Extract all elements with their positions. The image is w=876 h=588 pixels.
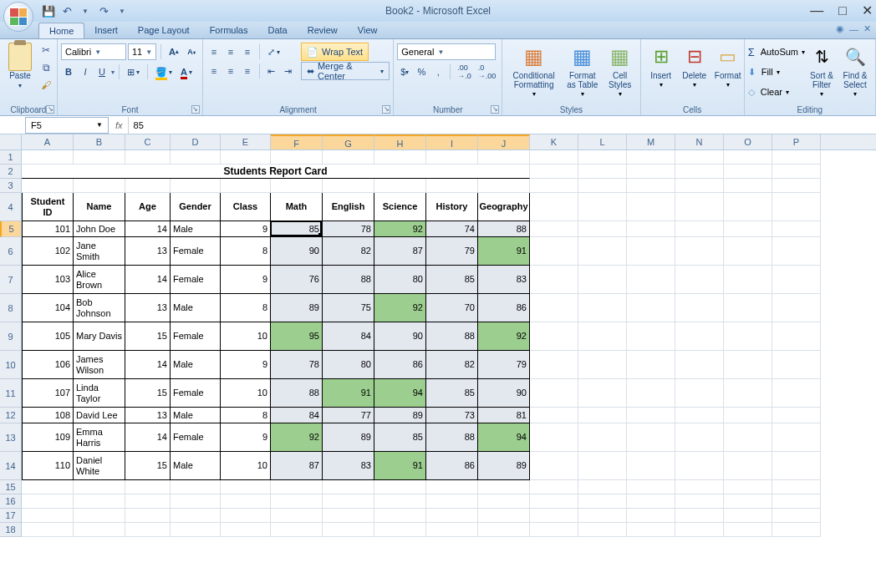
save-icon[interactable]: 💾 bbox=[42, 4, 55, 18]
cell-N18[interactable] bbox=[675, 523, 724, 537]
cell-E13[interactable]: 9 bbox=[221, 423, 271, 452]
cell-J3[interactable] bbox=[478, 179, 530, 193]
cell-P9[interactable] bbox=[772, 322, 821, 351]
cell-A1[interactable] bbox=[22, 150, 74, 165]
formula-input[interactable] bbox=[128, 117, 876, 134]
cell[interactable] bbox=[530, 165, 578, 179]
cell-P17[interactable] bbox=[772, 509, 821, 523]
tab-formulas[interactable]: Formulas bbox=[200, 23, 258, 38]
cell-A9[interactable]: 105 bbox=[22, 322, 74, 351]
clipboard-launcher-icon[interactable]: ↘ bbox=[46, 105, 54, 114]
cell-P11[interactable] bbox=[772, 379, 821, 408]
underline-button[interactable]: U bbox=[94, 63, 110, 80]
cell-F5[interactable]: 85 bbox=[271, 221, 323, 237]
cell-E1[interactable] bbox=[221, 150, 271, 165]
cell-D16[interactable] bbox=[171, 494, 221, 509]
cell-C14[interactable]: 15 bbox=[125, 452, 171, 480]
cell-A10[interactable]: 106 bbox=[22, 351, 74, 379]
font-size-select[interactable]: 11▼ bbox=[128, 43, 156, 60]
row-header-15[interactable]: 15 bbox=[0, 480, 21, 494]
cell-M13[interactable] bbox=[627, 423, 675, 452]
cell-O15[interactable] bbox=[724, 480, 772, 494]
cell-E18[interactable] bbox=[221, 523, 271, 537]
cell-L7[interactable] bbox=[578, 266, 627, 294]
cell-J9[interactable]: 92 bbox=[478, 322, 530, 351]
cell-N8[interactable] bbox=[675, 294, 724, 322]
cell-N9[interactable] bbox=[675, 322, 724, 351]
cell-M7[interactable] bbox=[627, 266, 675, 294]
cell-M11[interactable] bbox=[627, 379, 675, 408]
cell-M10[interactable] bbox=[627, 351, 675, 379]
cell-O18[interactable] bbox=[724, 523, 772, 537]
row-header-17[interactable]: 17 bbox=[0, 509, 21, 523]
cell-H6[interactable]: 87 bbox=[374, 237, 426, 266]
cell-B4[interactable]: Name bbox=[74, 193, 125, 221]
tab-page-layout[interactable]: Page Layout bbox=[128, 23, 200, 38]
cell-K18[interactable] bbox=[530, 523, 578, 537]
cell-D5[interactable]: Male bbox=[171, 221, 221, 237]
cell-L15[interactable] bbox=[578, 480, 627, 494]
cell-I6[interactable]: 79 bbox=[426, 237, 478, 266]
cell-M17[interactable] bbox=[627, 509, 675, 523]
cell-P5[interactable] bbox=[772, 221, 821, 237]
cell-P10[interactable] bbox=[772, 351, 821, 379]
cell-C15[interactable] bbox=[125, 480, 171, 494]
cell-G1[interactable] bbox=[323, 150, 374, 165]
row-header-16[interactable]: 16 bbox=[0, 494, 21, 509]
cell-K1[interactable] bbox=[530, 150, 578, 165]
cell-N16[interactable] bbox=[675, 494, 724, 509]
cell-D14[interactable]: Male bbox=[171, 452, 221, 480]
cell-O1[interactable] bbox=[724, 150, 772, 165]
cell-N12[interactable] bbox=[675, 408, 724, 423]
cell-E12[interactable]: 8 bbox=[221, 408, 271, 423]
cell-E9[interactable]: 10 bbox=[221, 322, 271, 351]
font-launcher-icon[interactable]: ↘ bbox=[191, 105, 200, 114]
accounting-icon[interactable]: $▾ bbox=[397, 63, 412, 80]
cell-M3[interactable] bbox=[627, 179, 675, 193]
col-header-F[interactable]: F bbox=[271, 134, 323, 150]
cell-L3[interactable] bbox=[578, 179, 627, 193]
col-header-B[interactable]: B bbox=[74, 134, 125, 150]
cell-H13[interactable]: 85 bbox=[374, 423, 426, 452]
merge-center-button[interactable]: ⬌Merge & Center▾ bbox=[301, 62, 390, 80]
cell-B13[interactable]: Emma Harris bbox=[74, 423, 125, 452]
cell-I3[interactable] bbox=[426, 179, 478, 193]
cell-C8[interactable]: 13 bbox=[125, 294, 171, 322]
cell-C12[interactable]: 13 bbox=[125, 408, 171, 423]
cell-L4[interactable] bbox=[578, 193, 627, 221]
cell-C11[interactable]: 15 bbox=[125, 379, 171, 408]
cell-B6[interactable]: Jane Smith bbox=[74, 237, 125, 266]
cell[interactable] bbox=[627, 165, 675, 179]
cell-L16[interactable] bbox=[578, 494, 627, 509]
col-header-G[interactable]: G bbox=[323, 134, 374, 150]
cell-J11[interactable]: 90 bbox=[478, 379, 530, 408]
number-launcher-icon[interactable]: ↘ bbox=[491, 105, 499, 114]
cell-H10[interactable]: 86 bbox=[374, 351, 426, 379]
cell-O3[interactable] bbox=[724, 179, 772, 193]
cell-P6[interactable] bbox=[772, 237, 821, 266]
cell-B12[interactable]: David Lee bbox=[74, 408, 125, 423]
cell-H17[interactable] bbox=[374, 509, 426, 523]
cell-G8[interactable]: 75 bbox=[323, 294, 374, 322]
cell-D4[interactable]: Gender bbox=[171, 193, 221, 221]
row-header-5[interactable]: 5 bbox=[0, 221, 21, 237]
cell-H9[interactable]: 90 bbox=[374, 322, 426, 351]
minimize-ribbon-icon[interactable]: — bbox=[849, 24, 858, 34]
cell-E11[interactable]: 10 bbox=[221, 379, 271, 408]
cell-J10[interactable]: 79 bbox=[478, 351, 530, 379]
increase-decimal-icon[interactable]: .00→.0 bbox=[455, 63, 474, 80]
cell-N5[interactable] bbox=[675, 221, 724, 237]
cell-O4[interactable] bbox=[724, 193, 772, 221]
cell-K10[interactable] bbox=[530, 351, 578, 379]
cell-H8[interactable]: 92 bbox=[374, 294, 426, 322]
cell-H3[interactable] bbox=[374, 179, 426, 193]
cell-B3[interactable] bbox=[74, 179, 125, 193]
cell-F10[interactable]: 78 bbox=[271, 351, 323, 379]
row-header-18[interactable]: 18 bbox=[0, 523, 21, 537]
col-header-L[interactable]: L bbox=[578, 134, 627, 150]
cell-F9[interactable]: 95 bbox=[271, 322, 323, 351]
cell-E16[interactable] bbox=[221, 494, 271, 509]
decrease-indent-icon[interactable]: ⇤ bbox=[264, 63, 279, 79]
cell-K6[interactable] bbox=[530, 237, 578, 266]
cell-J18[interactable] bbox=[478, 523, 530, 537]
